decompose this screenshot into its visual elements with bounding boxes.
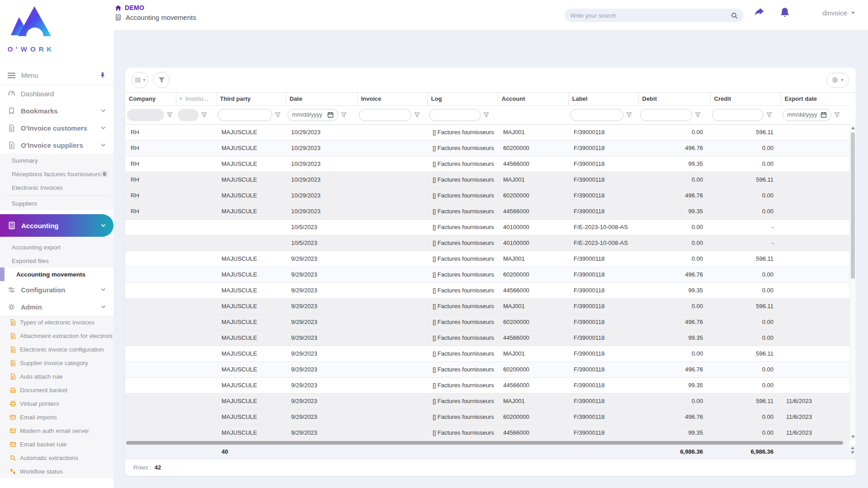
horizontal-scrollbar[interactable] xyxy=(125,441,849,445)
sidebar-item-oinvoice-customers[interactable]: O'Invoice customers xyxy=(0,119,113,136)
menu-toggle[interactable]: Menu xyxy=(0,66,113,85)
filter-input-label[interactable] xyxy=(575,112,619,118)
table-row[interactable]: MAJUSCULE 9/29/2023 [] Factures fourniss… xyxy=(125,282,849,298)
filter-funnel-icon[interactable] xyxy=(167,112,173,118)
column-header-institution[interactable]: Institu... xyxy=(176,93,216,105)
settings-button[interactable] xyxy=(826,73,849,88)
table-row[interactable]: MAJUSCULE 9/29/2023 [] Factures fourniss… xyxy=(125,314,849,330)
sidebar-item-auto-attach-rule[interactable]: Auto attach rule xyxy=(0,370,113,383)
sidebar-item-supplier-invoice-category[interactable]: Supplier invoice category xyxy=(0,356,113,370)
table-row[interactable]: MAJUSCULE 9/29/2023 [] Factures fourniss… xyxy=(125,267,849,282)
sidebar-item-admin[interactable]: Admin xyxy=(0,298,113,315)
sidebar-item-dashboard[interactable]: Dashboard xyxy=(0,85,113,102)
sidebar-item-receptions[interactable]: Réceptions factures fournisseurs 0 xyxy=(0,167,113,181)
filter-funnel-icon[interactable] xyxy=(341,112,347,118)
column-header-date[interactable]: Date xyxy=(286,93,357,105)
sidebar-item-label: Modern auth email server xyxy=(20,427,89,434)
sidebar-item-modern-auth-email-server[interactable]: Modern auth email server xyxy=(0,424,113,437)
table-row[interactable]: MAJUSCULE 9/29/2023 [] Factures fourniss… xyxy=(125,425,849,441)
sidebar-item-bookmarks[interactable]: Bookmarks xyxy=(0,102,113,119)
table-row[interactable]: MAJUSCULE 9/29/2023 [] Factures fourniss… xyxy=(125,393,849,409)
sidebar-item-accounting[interactable]: Accounting xyxy=(0,214,113,237)
table-row[interactable]: MAJUSCULE 9/29/2023 [] Factures fourniss… xyxy=(125,298,849,314)
column-header-label[interactable]: Label xyxy=(568,93,638,105)
filter-funnel-icon[interactable] xyxy=(201,112,207,118)
filter-input-debit[interactable] xyxy=(645,112,688,118)
scroll-up-arrow-icon[interactable] xyxy=(851,127,855,129)
calendar-icon[interactable] xyxy=(821,112,827,118)
filter-funnel-icon[interactable] xyxy=(275,112,281,118)
pin-sidebar-icon[interactable] xyxy=(99,72,106,79)
sidebar-item-oinvoice-suppliers[interactable]: O'Invoice suppliers xyxy=(0,136,113,154)
sidebar-item-email-imports[interactable]: Email imports xyxy=(0,410,113,424)
table-row[interactable]: RH MAJUSCULE 10/29/2023 [] Factures four… xyxy=(125,172,849,188)
filter-input-log[interactable] xyxy=(434,112,476,118)
sidebar-item-virtual-printers[interactable]: Virtual printers xyxy=(0,397,113,410)
sidebar-item-accounting-movements[interactable]: Accounting movements xyxy=(0,267,113,281)
column-header-company[interactable]: Company xyxy=(125,93,176,105)
table-row[interactable]: MAJUSCULE 9/29/2023 [] Factures fourniss… xyxy=(125,251,849,267)
column-header-third-party[interactable]: Third party xyxy=(216,93,286,105)
filter-funnel-icon[interactable] xyxy=(414,112,420,118)
table-row[interactable]: MAJUSCULE 9/29/2023 [] Factures fourniss… xyxy=(125,346,849,361)
sidebar-item-workflow-status[interactable]: Workflow status xyxy=(0,465,113,478)
filter-date-input[interactable] xyxy=(292,112,326,118)
table-row[interactable]: 10/5/2023 [] Factures fournisseurs 40100… xyxy=(125,219,849,235)
filter-input-credit[interactable] xyxy=(717,112,759,118)
sidebar-item-automatic-extractions[interactable]: Automatic extractions xyxy=(0,451,113,465)
table-row[interactable]: RH MAJUSCULE 10/29/2023 [] Factures four… xyxy=(125,140,849,156)
filter-funnel-icon[interactable] xyxy=(483,112,489,118)
scroll-down-arrow-icon[interactable] xyxy=(851,451,854,454)
table-row[interactable]: MAJUSCULE 9/29/2023 [] Factures fourniss… xyxy=(125,409,849,425)
sidebar-item-email-basket-rule[interactable]: Email basket rule xyxy=(0,437,113,451)
sidebar-item-document-basket[interactable]: Document basket xyxy=(0,383,113,397)
notifications-button[interactable] xyxy=(779,6,791,18)
columns-button[interactable] xyxy=(132,72,148,88)
scrollbar-thumb[interactable] xyxy=(851,132,855,279)
scroll-up-arrow-icon[interactable] xyxy=(851,447,854,449)
sidebar-item-electronic-invoices[interactable]: Electronic Invoices xyxy=(0,181,113,194)
sidebar-item-suppliers[interactable]: Suppliers xyxy=(0,197,113,210)
table-row[interactable]: RH MAJUSCULE 10/29/2023 [] Factures four… xyxy=(125,124,849,140)
table-row[interactable]: RH MAJUSCULE 10/29/2023 [] Factures four… xyxy=(125,188,849,203)
filter-funnel-icon[interactable] xyxy=(834,112,840,118)
search-icon[interactable] xyxy=(731,12,738,19)
column-header-log[interactable]: Log xyxy=(427,93,498,105)
table-row[interactable]: RH MAJUSCULE 10/29/2023 [] Factures four… xyxy=(125,203,849,219)
scroll-down-arrow-icon[interactable] xyxy=(851,436,855,438)
filter-funnel-icon[interactable] xyxy=(695,112,701,118)
filter-input-invoice[interactable] xyxy=(363,112,407,118)
column-header-credit[interactable]: Credit xyxy=(710,93,781,105)
vertical-scrollbar[interactable] xyxy=(849,124,856,441)
filter-funnel-icon[interactable] xyxy=(766,112,772,118)
search-input[interactable] xyxy=(570,12,731,19)
sidebar-item-attachment-extraction[interactable]: Attachment extraction for electroni xyxy=(0,329,113,343)
filter-date-input[interactable] xyxy=(787,112,819,118)
filter-input-third-party[interactable] xyxy=(222,112,268,118)
column-header-export-date[interactable]: Export date xyxy=(781,93,849,105)
table-row[interactable]: MAJUSCULE 9/29/2023 [] Factures fourniss… xyxy=(125,377,849,393)
share-button[interactable] xyxy=(754,7,765,19)
calendar-icon[interactable] xyxy=(327,112,334,118)
sidebar-item-electronic-invoice-configuration[interactable]: Electronic invoice configuration xyxy=(0,343,113,356)
column-header-invoice[interactable]: Invoice xyxy=(357,93,427,105)
table-row[interactable]: MAJUSCULE 9/29/2023 [] Factures fourniss… xyxy=(125,361,849,377)
breadcrumb-app[interactable]: DEMO xyxy=(115,4,196,11)
scrollbar-thumb[interactable] xyxy=(126,441,843,445)
sidebar-item-configuration[interactable]: Configuration xyxy=(0,281,113,298)
user-menu[interactable]: dinvoice xyxy=(822,9,855,17)
sidebar-item-accounting-export[interactable]: Accounting export xyxy=(0,240,113,254)
column-header-account[interactable]: Account xyxy=(498,93,568,105)
table-row[interactable]: RH MAJUSCULE 10/29/2023 [] Factures four… xyxy=(125,156,849,172)
filter-button[interactable] xyxy=(153,72,170,88)
table-row[interactable]: 10/5/2023 [] Factures fournisseurs 40100… xyxy=(125,235,849,251)
sidebar-item-summary[interactable]: Summary xyxy=(0,154,113,167)
column-header-debit[interactable]: Debit xyxy=(638,93,710,105)
filter-cell-third-party xyxy=(216,105,286,124)
totals-scroll-arrows[interactable] xyxy=(851,447,854,454)
triangle-right-icon[interactable] xyxy=(180,97,183,100)
sidebar-item-exported-files[interactable]: Exported files xyxy=(0,254,113,267)
sidebar-item-types-electronic-invoices[interactable]: Types of electronic invoices xyxy=(0,315,113,329)
filter-funnel-icon[interactable] xyxy=(626,112,632,118)
table-row[interactable]: MAJUSCULE 9/29/2023 [] Factures fourniss… xyxy=(125,330,849,346)
